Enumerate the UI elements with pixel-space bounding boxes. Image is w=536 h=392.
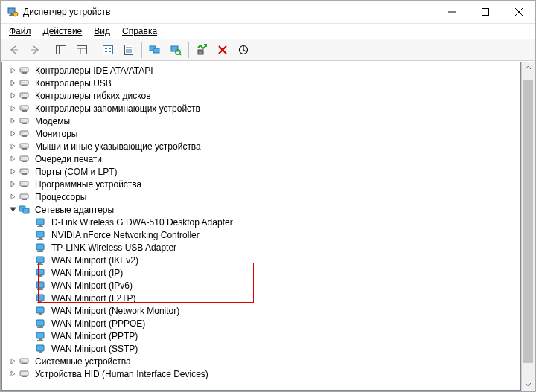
port-icon xyxy=(19,166,31,178)
monitors-button[interactable] xyxy=(145,40,165,60)
enable-device-button[interactable] xyxy=(192,40,211,60)
tree-category-ports[interactable]: Порты (COM и LPT) xyxy=(2,165,520,178)
tree-category-modems[interactable]: Модемы xyxy=(2,115,520,127)
chevron-right-icon[interactable] xyxy=(7,179,19,190)
tree-category-hid[interactable]: Устройства HID (Human Interface Devices) xyxy=(2,367,520,380)
titlebar[interactable]: Диспетчер устройств xyxy=(1,1,535,24)
device-label: TP-LINK Wireless USB Adapter xyxy=(50,242,178,254)
vertical-scrollbar[interactable] xyxy=(521,62,535,391)
chevron-right-icon[interactable] xyxy=(7,153,19,165)
tree-device[interactable]: WAN Miniport (IPv6) xyxy=(2,279,520,292)
chevron-right-icon[interactable] xyxy=(7,90,19,102)
svg-rect-74 xyxy=(36,244,44,250)
tree-device[interactable]: WAN Miniport (IKEv2) xyxy=(2,254,520,266)
tree-device[interactable]: WAN Miniport (SSTP) xyxy=(2,342,520,355)
tree-category-floppy[interactable]: Контроллеры гибких дисков xyxy=(2,89,520,102)
chevron-right-icon[interactable] xyxy=(7,356,19,367)
properties-button[interactable] xyxy=(119,40,138,60)
monitor-category-icon xyxy=(19,128,31,140)
tree-category-storage[interactable]: Контроллеры запоминающих устройств xyxy=(2,102,520,115)
menu-action[interactable]: Действие xyxy=(38,25,88,38)
tree-category-usb[interactable]: Контроллеры USB xyxy=(2,77,520,89)
category-label: Мониторы xyxy=(34,128,79,140)
tree-device[interactable]: WAN Miniport (L2TP) xyxy=(2,292,520,304)
help-button[interactable] xyxy=(72,40,92,60)
device-label: WAN Miniport (PPTP) xyxy=(50,330,139,342)
close-button[interactable] xyxy=(502,1,535,23)
category-label: Контроллеры IDE ATA/ATAPI xyxy=(34,65,155,77)
svg-rect-75 xyxy=(39,250,42,251)
system-device-icon xyxy=(19,356,31,367)
chevron-right-icon[interactable] xyxy=(7,191,19,203)
chevron-right-icon[interactable] xyxy=(7,115,19,127)
view-menu-button[interactable] xyxy=(98,40,118,60)
maximize-button[interactable] xyxy=(468,1,502,23)
chevron-right-icon[interactable] xyxy=(7,103,19,115)
tree-category-hid_mouse[interactable]: Мыши и иные указывающие устройства xyxy=(2,140,520,152)
svg-rect-91 xyxy=(37,315,43,315)
scroll-up-button[interactable] xyxy=(522,62,535,74)
menu-file[interactable]: Файл xyxy=(4,25,36,38)
svg-rect-99 xyxy=(39,351,42,353)
tree-device[interactable]: NVIDIA nForce Networking Controller xyxy=(2,228,520,241)
toolbar-sep xyxy=(48,42,48,58)
tree-category-monitors[interactable]: Мониторы xyxy=(2,127,520,140)
chevron-right-icon[interactable] xyxy=(7,77,19,89)
svg-point-50 xyxy=(22,132,23,134)
category-label: Системные устройства xyxy=(34,356,133,367)
svg-rect-67 xyxy=(23,208,29,213)
chevron-right-icon[interactable] xyxy=(7,128,19,140)
network-adapter-icon xyxy=(35,267,47,279)
svg-rect-87 xyxy=(39,301,42,302)
update-driver-button[interactable] xyxy=(234,40,253,60)
device-tree[interactable]: Контроллеры IDE ATA/ATAPIКонтроллеры USB… xyxy=(1,62,521,391)
svg-rect-92 xyxy=(36,320,44,326)
svg-rect-37 xyxy=(22,85,27,86)
chevron-right-icon[interactable] xyxy=(7,65,19,77)
back-button[interactable] xyxy=(4,40,24,60)
tree-device[interactable]: TP-LINK Wireless USB Adapter xyxy=(2,241,520,254)
tree-category-cpu[interactable]: Процессоры xyxy=(2,190,520,203)
scroll-track[interactable] xyxy=(522,74,535,378)
chevron-down-icon[interactable] xyxy=(7,204,19,216)
device-label: WAN Miniport (PPPOE) xyxy=(50,318,147,330)
chevron-right-icon[interactable] xyxy=(7,166,19,178)
tree-category-network[interactable]: Сетевые адаптеры xyxy=(2,203,520,216)
tree-device[interactable]: WAN Miniport (PPPOE) xyxy=(2,317,520,330)
ide-controller-icon xyxy=(19,65,31,77)
tree-device[interactable]: WAN Miniport (Network Monitor) xyxy=(2,304,520,317)
device-label: WAN Miniport (Network Monitor) xyxy=(50,305,181,317)
category-label: Процессоры xyxy=(34,191,89,203)
uninstall-device-button[interactable] xyxy=(213,40,232,60)
toolbar xyxy=(1,39,535,61)
tree-category-system[interactable]: Системные устройства xyxy=(2,355,520,367)
scan-hardware-button[interactable] xyxy=(166,40,185,60)
chevron-right-icon[interactable] xyxy=(7,141,19,152)
svg-point-38 xyxy=(22,82,23,83)
tree-device[interactable]: WAN Miniport (PPTP) xyxy=(2,330,520,342)
menu-view[interactable]: Вид xyxy=(89,25,115,38)
tree-category-print[interactable]: Очереди печати xyxy=(2,152,520,165)
scroll-down-button[interactable] xyxy=(522,378,535,391)
network-adapter-icon xyxy=(35,305,47,317)
svg-point-62 xyxy=(22,183,23,184)
svg-point-106 xyxy=(22,373,23,374)
svg-rect-97 xyxy=(37,340,43,341)
show-hide-console-tree-button[interactable] xyxy=(51,40,71,60)
svg-rect-76 xyxy=(37,251,43,252)
menu-help[interactable]: Справка xyxy=(117,25,162,38)
device-label: D-Link Wireless G DWA-510 Desktop Adapte… xyxy=(50,216,234,228)
svg-rect-72 xyxy=(39,237,42,239)
forward-button[interactable] xyxy=(25,40,45,60)
scroll-thumb[interactable] xyxy=(523,80,533,363)
category-label: Устройства HID (Human Interface Devices) xyxy=(34,368,210,380)
minimize-button[interactable] xyxy=(435,1,468,23)
tree-category-software[interactable]: Программные устройства xyxy=(2,178,520,190)
svg-rect-46 xyxy=(22,123,27,124)
category-label: Программные устройства xyxy=(34,179,143,190)
device-label: WAN Miniport (L2TP) xyxy=(50,292,138,304)
tree-device[interactable]: WAN Miniport (IP) xyxy=(2,266,520,279)
tree-device[interactable]: D-Link Wireless G DWA-510 Desktop Adapte… xyxy=(2,216,520,228)
tree-category-ide[interactable]: Контроллеры IDE ATA/ATAPI xyxy=(2,64,520,77)
chevron-right-icon[interactable] xyxy=(7,368,19,380)
